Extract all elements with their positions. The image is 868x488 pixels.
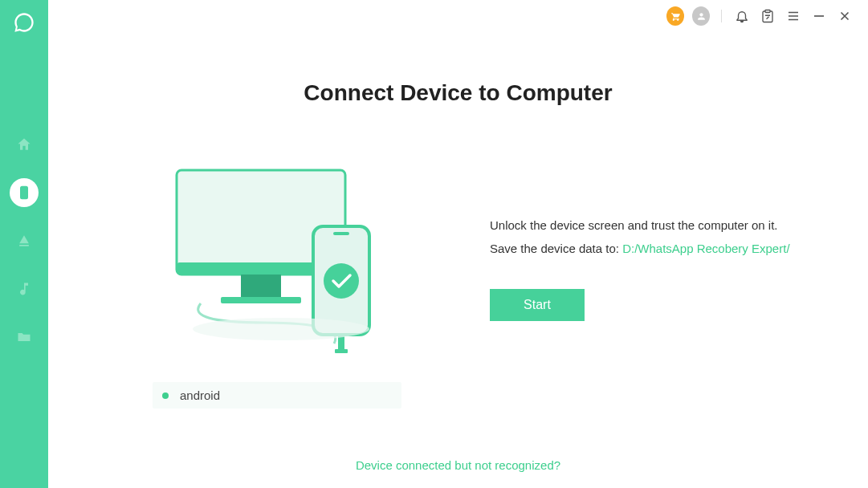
start-button[interactable]: Start [490,289,585,321]
svg-point-9 [324,263,359,299]
instructions: Unlock the device screen and trust the c… [490,154,790,321]
sidebar-item-music[interactable] [10,274,39,303]
svg-point-12 [193,318,369,340]
sidebar [0,0,48,488]
sidebar-item-cloud[interactable] [10,226,39,255]
svg-rect-8 [333,232,349,235]
sidebar-item-device[interactable] [10,178,39,207]
svg-rect-11 [335,349,348,353]
page-title: Connect Device to Computer [48,80,868,106]
instruction-line-1: Unlock the device screen and trust the c… [490,214,790,238]
device-selector[interactable]: android [153,382,401,409]
main-content: Connect Device to Computer [48,0,868,488]
whatsapp-logo-icon [13,11,35,34]
device-label: android [180,388,220,402]
save-path-prefix: Save the device data to: [490,242,622,255]
svg-rect-5 [241,274,281,297]
sidebar-item-home[interactable] [10,130,39,159]
status-dot-icon [162,392,169,399]
svg-rect-6 [221,297,301,303]
device-illustration: android [153,154,401,409]
content-row: android Unlock the device screen and tru… [48,154,868,409]
save-path-link[interactable]: D:/WhatsApp Recobery Expert/ [622,242,789,255]
instruction-line-2: Save the device data to: D:/WhatsApp Rec… [490,238,790,261]
svg-rect-1 [23,197,26,197]
footer-help-link[interactable]: Device connected but not recognized? [48,458,868,472]
sidebar-item-folder[interactable] [10,323,39,352]
